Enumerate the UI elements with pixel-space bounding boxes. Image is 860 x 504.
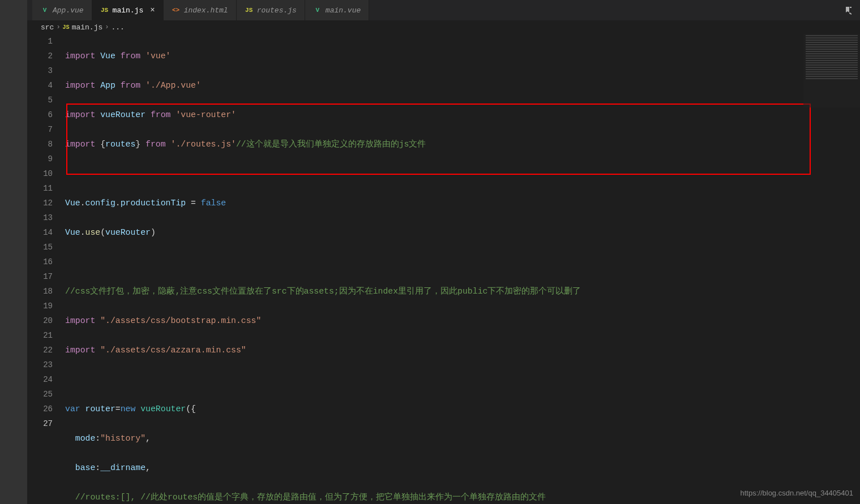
close-icon[interactable]: × — [147, 6, 155, 15]
tab-main-js[interactable]: JS main.js × — [92, 0, 164, 20]
js-icon: JS — [100, 6, 109, 15]
tab-main-vue[interactable]: V main.vue — [305, 0, 369, 20]
tab-label: routes.js — [257, 6, 297, 15]
chevron-right-icon: › — [56, 23, 60, 31]
tab-label: main.js — [113, 6, 144, 15]
watermark: https://blog.csdn.net/qq_34405401 — [741, 489, 854, 497]
line-gutter: 1234567891011121314151617181920212223242… — [32, 34, 65, 504]
tab-index-html[interactable]: <> index.html — [164, 0, 237, 20]
chevron-right-icon: › — [105, 23, 109, 31]
compare-changes-icon[interactable] — [837, 0, 860, 20]
tab-routes-js[interactable]: JS routes.js — [237, 0, 305, 20]
html-icon: <> — [172, 6, 181, 15]
tabs-bar: V App.vue JS main.js × <> index.html JS … — [0, 0, 860, 20]
breadcrumb[interactable]: src › JS main.js › ... — [0, 20, 860, 34]
breadcrumb-item[interactable]: main.js — [72, 23, 103, 32]
tab-label: main.vue — [326, 6, 361, 15]
breadcrumb-item[interactable]: ... — [111, 23, 124, 32]
tab-label: index.html — [184, 6, 228, 15]
vue-icon: V — [40, 6, 49, 15]
js-icon: JS — [63, 24, 70, 31]
js-icon: JS — [245, 6, 254, 15]
minimap[interactable] — [803, 34, 860, 107]
tab-label: App.vue — [53, 6, 84, 15]
breadcrumb-item[interactable]: src — [41, 23, 54, 32]
vue-icon: V — [313, 6, 322, 15]
tab-app-vue[interactable]: V App.vue — [32, 0, 92, 20]
code-content[interactable]: import Vue from 'vue' import App from '.… — [65, 34, 860, 504]
editor[interactable]: 1234567891011121314151617181920212223242… — [0, 34, 860, 504]
